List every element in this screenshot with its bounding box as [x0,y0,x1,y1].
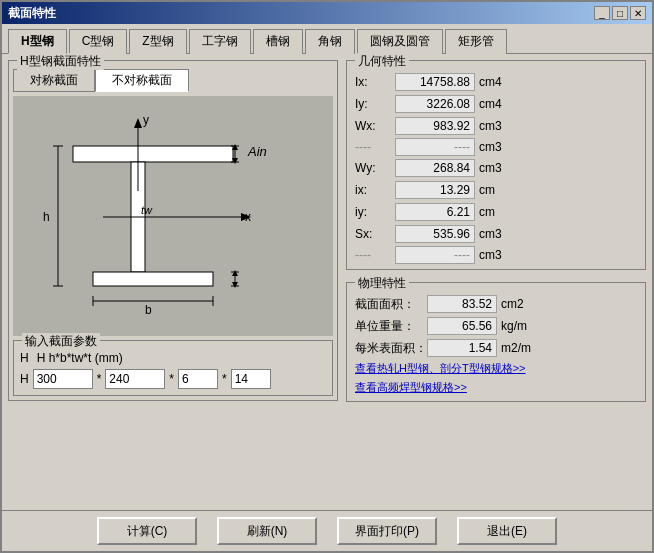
geo-label-iy-r: iy: [355,205,395,219]
geo-row-wy: Wy: 268.84 cm3 [351,157,641,179]
phys-row-weight: 单位重量： 65.56 kg/m [351,315,641,337]
link-high-freq[interactable]: 查看高频焊型钢规格>> [351,378,641,397]
title-bar-buttons: _ □ ✕ [594,6,646,20]
geo-row-sx: Sx: 535.96 cm3 [351,223,641,245]
svg-text:y: y [143,113,149,127]
geo-value-wx: 983.92 [395,117,475,135]
diagram-area: y x h b [13,96,333,336]
phys-unit-weight: kg/m [501,319,541,333]
calc-button[interactable]: 计算(C) [97,517,197,545]
minimize-button[interactable]: _ [594,6,610,20]
geo-value-ix: 14758.88 [395,73,475,91]
geo-label-wx: Wx: [355,119,395,133]
input-section-title: 输入截面参数 [22,333,100,350]
tab-bar: H型钢 C型钢 Z型钢 工字钢 槽钢 角钢 圆钢及圆管 矩形管 [2,24,652,54]
left-panel: H型钢截面特性 对称截面 不对称截面 [8,60,338,504]
svg-text:tw: tw [141,204,153,216]
divider-value-1: ---- [395,138,475,156]
refresh-button[interactable]: 刷新(N) [217,517,317,545]
geo-value-ix-r: 13.29 [395,181,475,199]
geo-label-iy: Iy: [355,97,395,111]
physics-title: 物理特性 [355,275,409,292]
phys-unit-area: cm2 [501,297,541,311]
section-diagram: y x h b [13,96,323,336]
phys-value-surface: 1.54 [427,339,497,357]
mul-1: * [97,372,102,386]
print-button[interactable]: 界面打印(P) [337,517,437,545]
sub-tab-symmetric[interactable]: 对称截面 [13,69,95,92]
svg-rect-3 [93,272,213,286]
phys-row-area: 截面面积： 83.52 cm2 [351,293,641,315]
phys-row-surface: 每米表面积： 1.54 m2/m [351,337,641,359]
tab-c-steel[interactable]: C型钢 [69,29,128,54]
exit-button[interactable]: 退出(E) [457,517,557,545]
geo-row-iy-r: iy: 6.21 cm [351,201,641,223]
phys-label-surface: 每米表面积： [355,340,427,357]
divider-label-2: ---- [355,248,395,262]
tab-i-steel[interactable]: 工字钢 [189,29,251,54]
input-tw[interactable] [178,369,218,389]
link-hot-rolled[interactable]: 查看热轧H型钢、剖分T型钢规格>> [351,359,641,378]
divider-row-2: ---- ---- cm3 [351,245,641,265]
mul-2: * [169,372,174,386]
divider-unit-2: cm3 [479,248,509,262]
window-title: 截面特性 [8,5,56,22]
phys-unit-surface: m2/m [501,341,541,355]
svg-text:x: x [245,210,251,224]
geo-unit-iy: cm4 [479,97,509,111]
formula-row: H H h*b*tw*t (mm) [20,351,326,365]
input-section: 输入截面参数 H H h*b*tw*t (mm) H * * * [13,340,333,396]
input-h[interactable] [33,369,93,389]
input-b[interactable] [105,369,165,389]
main-content: H型钢截面特性 对称截面 不对称截面 [2,54,652,510]
divider-label-1: ---- [355,140,395,154]
section-group: H型钢截面特性 对称截面 不对称截面 [8,60,338,401]
svg-text:Ain: Ain [247,144,267,159]
tab-z-steel[interactable]: Z型钢 [129,29,186,54]
formula-text: H h*b*tw*t (mm) [37,351,123,365]
physics-group: 物理特性 截面面积： 83.52 cm2 单位重量： 65.56 kg/m 每米… [346,282,646,402]
phys-label-weight: 单位重量： [355,318,427,335]
geo-row-wx: Wx: 983.92 cm3 [351,115,641,137]
maximize-button[interactable]: □ [612,6,628,20]
h-label: H [20,372,29,386]
geo-unit-wy: cm3 [479,161,509,175]
geometry-group: 几何特性 Ix: 14758.88 cm4 Iy: 3226.08 cm4 Wx… [346,60,646,270]
close-button[interactable]: ✕ [630,6,646,20]
geo-value-wy: 268.84 [395,159,475,177]
sub-tab-bar: 对称截面 不对称截面 [13,69,333,92]
divider-row-1: ---- ---- cm3 [351,137,641,157]
title-bar: 截面特性 _ □ ✕ [2,2,652,24]
geo-value-sx: 535.96 [395,225,475,243]
tab-channel[interactable]: 槽钢 [253,29,303,54]
right-panel: 几何特性 Ix: 14758.88 cm4 Iy: 3226.08 cm4 Wx… [346,60,646,504]
main-window: 截面特性 _ □ ✕ H型钢 C型钢 Z型钢 工字钢 槽钢 角钢 圆钢及圆管 矩… [0,0,654,553]
input-fields-row: H * * * [20,369,326,389]
geo-row-ix: Ix: 14758.88 cm4 [351,71,641,93]
geo-value-iy-r: 6.21 [395,203,475,221]
svg-text:h: h [43,210,50,224]
geo-label-sx: Sx: [355,227,395,241]
divider-value-2: ---- [395,246,475,264]
svg-rect-1 [73,146,233,162]
group-title: H型钢截面特性 [17,53,104,70]
tab-rect[interactable]: 矩形管 [445,29,507,54]
svg-rect-0 [13,96,323,336]
input-t[interactable] [231,369,271,389]
phys-value-area: 83.52 [427,295,497,313]
tab-angle[interactable]: 角钢 [305,29,355,54]
geo-value-iy: 3226.08 [395,95,475,113]
phys-label-area: 截面面积： [355,296,427,313]
phys-value-weight: 65.56 [427,317,497,335]
geo-unit-sx: cm3 [479,227,509,241]
geo-unit-wx: cm3 [479,119,509,133]
tab-round[interactable]: 圆钢及圆管 [357,29,443,54]
geo-label-wy: Wy: [355,161,395,175]
geo-row-iy: Iy: 3226.08 cm4 [351,93,641,115]
sub-tab-asymmetric[interactable]: 不对称截面 [95,69,189,92]
tab-h-steel[interactable]: H型钢 [8,29,67,54]
geo-row-ix-r: ix: 13.29 cm [351,179,641,201]
bottom-bar: 计算(C) 刷新(N) 界面打印(P) 退出(E) [2,510,652,551]
svg-text:b: b [145,303,152,317]
divider-unit-1: cm3 [479,140,509,154]
